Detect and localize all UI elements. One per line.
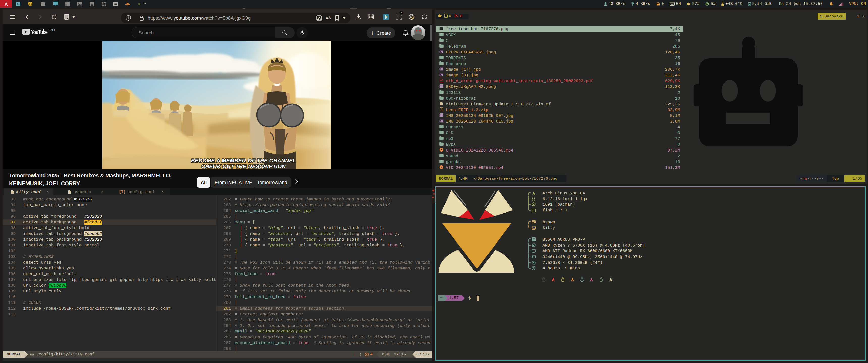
svg-text:文: 文	[328, 16, 331, 19]
svg-text:CHECK OUT THE DESCRIPTION: CHECK OUT THE DESCRIPTION	[202, 163, 286, 169]
svg-text:BECOME A MEMBER OF THE CHANNEL: BECOME A MEMBER OF THE CHANNEL	[191, 158, 296, 163]
svg-text:A: A	[326, 16, 328, 20]
svg-text:P: P	[440, 80, 441, 82]
